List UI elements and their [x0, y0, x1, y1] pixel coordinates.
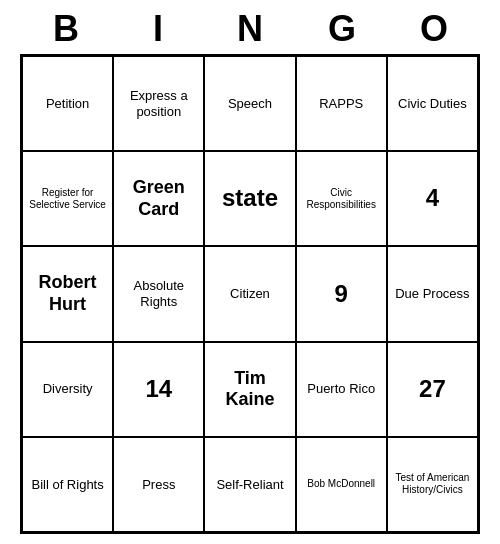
bingo-cell-3: RAPPS	[296, 56, 387, 151]
bingo-cell-8: Civic Responsibilities	[296, 151, 387, 246]
bingo-cell-5: Register for Selective Service	[22, 151, 113, 246]
bingo-cell-21: Press	[113, 437, 204, 532]
bingo-cell-14: Due Process	[387, 246, 478, 341]
bingo-cell-16: 14	[113, 342, 204, 437]
bingo-cell-9: 4	[387, 151, 478, 246]
bingo-header: B I N G O	[20, 0, 480, 54]
bingo-cell-0: Petition	[22, 56, 113, 151]
bingo-cell-7: state	[204, 151, 295, 246]
bingo-cell-22: Self-Reliant	[204, 437, 295, 532]
bingo-cell-20: Bill of Rights	[22, 437, 113, 532]
header-i: I	[118, 8, 198, 50]
header-o: O	[394, 8, 474, 50]
bingo-cell-1: Express a position	[113, 56, 204, 151]
header-g: G	[302, 8, 382, 50]
bingo-cell-23: Bob McDonnell	[296, 437, 387, 532]
bingo-grid: PetitionExpress a positionSpeechRAPPSCiv…	[20, 54, 480, 534]
bingo-cell-17: Tim Kaine	[204, 342, 295, 437]
header-b: B	[26, 8, 106, 50]
bingo-cell-18: Puerto Rico	[296, 342, 387, 437]
header-n: N	[210, 8, 290, 50]
bingo-cell-19: 27	[387, 342, 478, 437]
bingo-cell-10: Robert Hurt	[22, 246, 113, 341]
bingo-cell-4: Civic Duties	[387, 56, 478, 151]
bingo-cell-6: Green Card	[113, 151, 204, 246]
bingo-cell-11: Absolute Rights	[113, 246, 204, 341]
bingo-cell-2: Speech	[204, 56, 295, 151]
bingo-cell-15: Diversity	[22, 342, 113, 437]
bingo-cell-24: Test of American History/Civics	[387, 437, 478, 532]
bingo-cell-12: Citizen	[204, 246, 295, 341]
bingo-cell-13: 9	[296, 246, 387, 341]
